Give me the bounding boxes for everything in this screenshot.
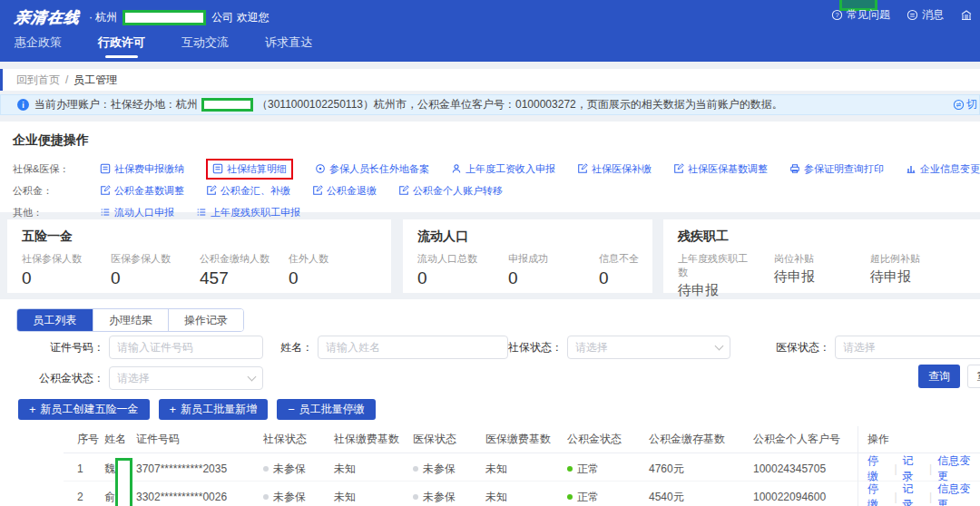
breadcrumb: 回到首页 / 员工管理: [0, 69, 980, 91]
bank-icon: [960, 9, 973, 22]
table-row: 2 俞 3302**********0026 未参保 未知 未参保 未知 正常 …: [64, 482, 980, 506]
employee-panel: 员工列表 办理结果 操作记录 证件号码： 姓名： 社保状态： 请选择 医保状态：…: [0, 299, 980, 506]
employee-table: 序号 姓名 证件号码 社保状态 社保缴费基数 医保状态 医保缴费基数 公积金状态…: [64, 426, 980, 506]
table-header: 序号 姓名 证件号码 社保状态 社保缴费基数 医保状态 医保缴费基数 公积金状态…: [64, 426, 980, 453]
enterprise-center-link[interactable]: [960, 9, 973, 22]
message-link[interactable]: 消息: [906, 7, 944, 23]
batch-stop-payment-button[interactable]: − 员工批量停缴: [277, 399, 376, 420]
switch-account-link[interactable]: 切: [953, 97, 977, 112]
cell-operations: 停缴 | 记录 | 信息变更: [858, 482, 980, 506]
stat-value: 待申报: [678, 282, 756, 299]
name-input[interactable]: [318, 336, 508, 359]
minus-icon: −: [288, 403, 295, 416]
edit-icon: [673, 163, 684, 174]
card-canji-zhigong: 残疾职工 上年度残疾职工数待申报 岗位补贴待申报 超比例补贴待申报: [663, 219, 980, 293]
form-icon: [212, 163, 223, 174]
notice-text-suffix: （3011000102250113）杭州市，公积金单位客户号：010000327…: [257, 97, 783, 112]
link-canbao-changzhu-waidi-beian[interactable]: 参保人员长住外地备案: [315, 162, 429, 176]
panel-tabs: 员工列表 办理结果 操作记录: [16, 308, 244, 332]
breadcrumb-current: 员工管理: [74, 73, 117, 88]
status-dot-green: [567, 494, 573, 500]
info-change-link[interactable]: 信息变更: [937, 453, 980, 484]
link-shebao-jiesuan-mingxi[interactable]: 社保结算明细: [206, 159, 293, 180]
cell-no: 2: [77, 491, 104, 503]
welcome-region: · 杭州: [89, 10, 117, 25]
cert-number-input[interactable]: [109, 336, 263, 359]
plus-icon: +: [170, 403, 177, 416]
switch-icon: [953, 99, 965, 111]
card-liudong-renkou: 流动人口 流动人口总数0 申报成功0 信息不全0: [403, 219, 652, 293]
link-gongzi-shouru-shenbao[interactable]: 上年度工资收入申报: [451, 162, 555, 176]
cell-shebao-base: 未知: [334, 490, 413, 505]
nav-suqiu-zhida[interactable]: 诉求直达: [265, 34, 312, 58]
main-nav: 惠企政策 行政许可 互动交流 诉求直达: [15, 34, 312, 58]
status-dot-gray: [413, 466, 418, 472]
info-change-link[interactable]: 信息变更: [937, 482, 980, 506]
quickops-row-gongjijin: 公积金： 公积金基数调整 公积金汇、补缴 公积金退缴 公积金个人账户转移: [13, 180, 967, 201]
app-logo: 亲清在线: [14, 7, 81, 28]
link-gjj-tuijiao[interactable]: 公积金退缴: [312, 184, 377, 198]
cell-gjj-base: 4540元: [649, 490, 753, 505]
app-header: 亲清在线 · 杭州 公司 欢迎您 常见问题 消息 惠企政策 行政许可 互动交流 …: [0, 0, 980, 62]
person-icon: [451, 163, 462, 174]
stop-payment-link[interactable]: 停缴: [867, 453, 888, 484]
stat-value: 0: [111, 268, 187, 288]
cell-gjj-status: 正常: [567, 462, 649, 477]
nav-xingzheng-xuke[interactable]: 行政许可: [98, 34, 145, 58]
record-link[interactable]: 记录: [903, 453, 924, 484]
batch-add-employee-button[interactable]: + 新员工批量新增: [159, 399, 269, 420]
tab-operation-records[interactable]: 操作记录: [168, 309, 243, 331]
edit-icon: [206, 185, 217, 196]
stop-payment-link[interactable]: 停缴: [867, 482, 888, 506]
link-liudong-renkou-shenbao[interactable]: 流动人口申报: [100, 206, 174, 219]
tab-employee-list[interactable]: 员工列表: [17, 309, 93, 331]
cell-operations: 停缴 | 记录 | 信息变更: [858, 453, 980, 484]
faq-link[interactable]: 常见问题: [831, 7, 890, 23]
shebao-status-select[interactable]: 请选择: [567, 336, 730, 359]
cell-shebao-status: 未参保: [263, 490, 334, 505]
link-shebao-yibao-bujiao[interactable]: 社保医保补缴: [577, 162, 652, 176]
quick-operations-card: 企业便捷操作 社保&医保： 社保费申报缴纳 社保结算明细 参保人员长住外地备案 …: [0, 122, 980, 212]
cell-gjj-account: 100024345705: [753, 462, 858, 475]
record-link[interactable]: 记录: [903, 482, 924, 506]
nav-huiqi-zhengce[interactable]: 惠企政策: [15, 34, 62, 58]
query-button[interactable]: 查询: [918, 365, 960, 388]
stat-value: 待申报: [870, 268, 948, 286]
welcome-text: 公司 欢迎您: [211, 10, 269, 25]
breadcrumb-home[interactable]: 回到首页: [16, 73, 60, 88]
name-redaction: [115, 458, 132, 506]
status-dot-gray: [263, 494, 269, 500]
cell-yibao-status: 未参保: [413, 490, 485, 505]
gjj-status-select[interactable]: 请选择: [109, 366, 263, 390]
status-dot-green: [567, 466, 573, 472]
cell-gjj-base: 4760元: [649, 462, 753, 477]
cell-yibao-base: 未知: [485, 490, 567, 505]
stat-value: 0: [22, 268, 98, 288]
stat-value: 待申报: [774, 268, 852, 286]
link-gjj-hui-bujiao[interactable]: 公积金汇、补缴: [206, 184, 290, 198]
tab-processing-results[interactable]: 办理结果: [93, 309, 168, 331]
edit-icon: [312, 185, 323, 196]
link-canji-zhigong-shenbao[interactable]: 上年度残疾职工申报: [196, 206, 300, 219]
status-dot-gray: [263, 466, 269, 472]
link-gjj-geren-zhanghu-zhuanyi[interactable]: 公积金个人账户转移: [398, 184, 503, 198]
link-gjj-jishu-tiaozheng[interactable]: 公积金基数调整: [100, 184, 184, 198]
plus-icon: +: [29, 403, 36, 416]
link-shebao-yibao-jishu-tiaozheng[interactable]: 社保医保基数调整: [673, 162, 768, 176]
create-wuxianyijin-button[interactable]: + 新员工创建五险一金: [18, 399, 150, 420]
edit-icon: [100, 185, 111, 196]
printer-icon: [789, 163, 800, 174]
cell-yibao-status: 未参保: [413, 462, 485, 477]
stat-value: 0: [508, 268, 573, 288]
table-row: 1 魏 3707**********2035 未参保 未知 未参保 未知 正常 …: [64, 453, 980, 482]
account-notice-bar: i 当前办理账户：社保经办地：杭州 （3011000102250113）杭州市，…: [0, 94, 980, 115]
link-shebaofei-shenbao-jiaona[interactable]: 社保费申报缴纳: [100, 162, 184, 176]
nav-hudong-jiaoliu[interactable]: 互动交流: [181, 34, 229, 58]
target-icon: [315, 163, 326, 174]
link-qiye-xinxi-biangeng[interactable]: 企业信息变更: [906, 162, 980, 176]
yibao-status-select[interactable]: 请选择: [835, 336, 980, 359]
reset-button[interactable]: 重置: [967, 365, 980, 388]
link-canbao-zhengming-dayin[interactable]: 参保证明查询打印: [789, 162, 884, 176]
notice-text-prefix: 当前办理账户：社保经办地：杭州: [34, 97, 198, 112]
edit-icon: [577, 163, 588, 174]
